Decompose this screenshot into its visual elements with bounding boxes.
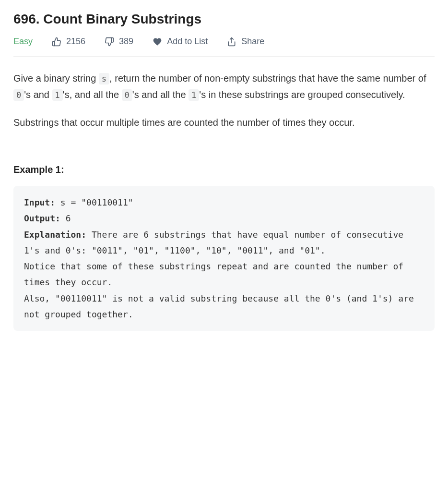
dislikes-button[interactable]: 389: [105, 36, 133, 47]
share-icon: [227, 37, 236, 47]
share-button[interactable]: Share: [227, 36, 264, 47]
description-paragraph: Substrings that occur multiple times are…: [13, 114, 435, 131]
share-label: Share: [241, 36, 264, 47]
code-inline: 1: [189, 89, 199, 101]
code-inline: 1: [52, 89, 63, 101]
desc-text: Give a binary string: [13, 73, 99, 84]
difficulty-badge: Easy: [13, 36, 33, 47]
desc-text: 's in these substrings are grouped conse…: [199, 89, 405, 100]
example-heading: Example 1:: [13, 164, 435, 175]
example-input-label: Input:: [24, 197, 55, 207]
thumbs-down-icon: [105, 37, 114, 47]
example-output-label: Output:: [24, 213, 60, 223]
likes-count: 2156: [66, 36, 85, 47]
example-input-value: s = "00110011": [55, 197, 133, 207]
example-output-value: 6: [60, 213, 71, 223]
code-inline: s: [99, 73, 109, 85]
desc-text: , return the number of non-empty substri…: [109, 73, 426, 84]
problem-description: Give a binary string s, return the numbe…: [13, 70, 435, 131]
description-paragraph: Give a binary string s, return the numbe…: [13, 70, 435, 103]
example-block: Input: s = "00110011" Output: 6 Explanat…: [13, 186, 435, 331]
thumbs-up-icon: [52, 37, 61, 47]
problem-title: 696. Count Binary Substrings: [13, 12, 435, 27]
example-explanation-value: There are 6 substrings that have equal n…: [24, 230, 419, 319]
meta-row: Easy 2156 389 Add to List Share: [13, 36, 435, 57]
heart-icon: [153, 37, 162, 47]
desc-text: 's and: [24, 89, 52, 100]
desc-text: 's and all the: [132, 89, 189, 100]
add-to-list-button[interactable]: Add to List: [153, 36, 208, 47]
code-inline: 0: [122, 89, 132, 101]
likes-button[interactable]: 2156: [52, 36, 85, 47]
add-to-list-label: Add to List: [167, 36, 208, 47]
example-explanation-label: Explanation:: [24, 230, 86, 240]
dislikes-count: 389: [119, 36, 133, 47]
code-inline: 0: [13, 89, 24, 101]
desc-text: 's, and all the: [63, 89, 122, 100]
